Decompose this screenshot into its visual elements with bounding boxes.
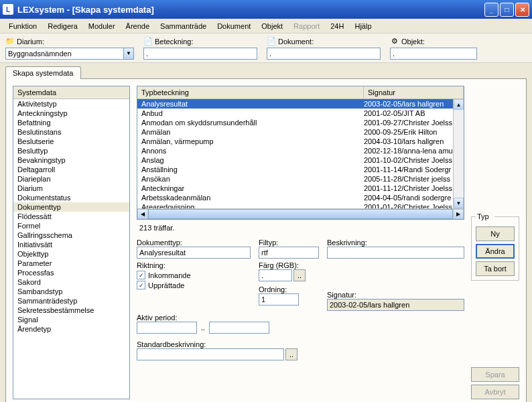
maximize-button[interactable]: □ bbox=[500, 3, 514, 17]
dokument-icon: 📄 bbox=[267, 37, 276, 46]
grid-header-sig[interactable]: Signatur bbox=[364, 86, 464, 98]
table-row[interactable]: Arearedovisning2001-01-26/Christer Joels… bbox=[137, 202, 464, 208]
signatur-label: Signatur: bbox=[327, 291, 464, 299]
cell-typ: Analysresultat bbox=[141, 100, 364, 108]
cell-typ: Anmälan bbox=[141, 128, 364, 136]
cell-sig: 2001-11-12/Christer Joelss bbox=[364, 184, 460, 192]
standardbeskrivning-browse-button[interactable]: .. bbox=[285, 348, 297, 360]
aktiv-to-input[interactable] bbox=[209, 322, 269, 334]
menu-arende[interactable]: Ärende bbox=[121, 21, 154, 31]
beskrivning-input[interactable] bbox=[327, 247, 464, 259]
list-item[interactable]: Formel bbox=[13, 221, 129, 230]
result-count: 213 träffar. bbox=[137, 222, 464, 233]
grid-vertical-scrollbar[interactable]: ▲ ▼ bbox=[453, 99, 464, 208]
menu-dokument[interactable]: Dokument bbox=[212, 21, 255, 31]
table-row[interactable]: Anteckningar2001-11-12/Christer Joelss bbox=[137, 184, 464, 193]
menu-moduler[interactable]: Moduler bbox=[84, 21, 120, 31]
list-item[interactable]: Processfas bbox=[13, 268, 129, 277]
cell-sig: 2000-09-25/Erik Hilton bbox=[364, 128, 460, 136]
beteckning-label: Beteckning: bbox=[155, 38, 193, 46]
dokumenttyp-input[interactable] bbox=[137, 247, 251, 259]
list-item[interactable]: Flödessätt bbox=[13, 212, 129, 221]
objekt-input[interactable] bbox=[390, 48, 477, 60]
list-item[interactable]: Besluttyp bbox=[13, 146, 129, 155]
cell-typ: Anbud bbox=[141, 109, 364, 117]
scroll-down-icon[interactable]: ▼ bbox=[454, 198, 464, 208]
ny-button[interactable]: Ny bbox=[476, 226, 515, 241]
list-item[interactable]: Beslutinstans bbox=[13, 127, 129, 137]
diarium-select[interactable] bbox=[5, 48, 123, 60]
farg-picker-button[interactable]: .. bbox=[293, 269, 306, 281]
scroll-left-icon[interactable]: ◀ bbox=[137, 209, 148, 219]
tabort-button[interactable]: Ta bort bbox=[476, 261, 515, 276]
standardbeskrivning-input[interactable] bbox=[137, 348, 284, 360]
menu-objekt[interactable]: Objekt bbox=[257, 21, 287, 31]
list-item[interactable]: Beslutserie bbox=[13, 137, 129, 146]
list-item[interactable]: Sambandstyp bbox=[13, 287, 129, 296]
dokumenttyp-label: Dokumenttyp: bbox=[137, 239, 251, 247]
list-item[interactable]: Dokumenttyp bbox=[13, 202, 129, 212]
list-item[interactable]: Diarium bbox=[13, 184, 129, 193]
menu-sammantrade[interactable]: Sammanträde bbox=[155, 21, 211, 31]
close-button[interactable]: ✕ bbox=[515, 3, 529, 17]
list-item[interactable]: Sekretessbestämmelse bbox=[13, 306, 129, 315]
tab-skapa-systemdata[interactable]: Skapa systemdata bbox=[5, 66, 81, 79]
table-row[interactable]: Arbetsskadeanmälan2004-04-05/randi soder… bbox=[137, 193, 464, 202]
table-row[interactable]: Anbud2001-02-05/JIT AB bbox=[137, 109, 464, 118]
list-item[interactable]: Sakord bbox=[13, 277, 129, 287]
table-row[interactable]: Analysresultat2003-02-05/lars hallgren bbox=[137, 99, 464, 109]
standardbeskrivning-label: Standardbeskrivning: bbox=[137, 340, 464, 348]
menu-funktion[interactable]: Funktion bbox=[4, 21, 42, 31]
list-item[interactable]: Dokumentstatus bbox=[13, 193, 129, 202]
objekt-label: Objekt: bbox=[401, 38, 425, 46]
upprattade-checkbox[interactable]: ✓ bbox=[137, 281, 145, 289]
list-item[interactable]: Ärendetyp bbox=[13, 324, 129, 334]
list-item[interactable]: Anteckningstyp bbox=[13, 109, 129, 118]
list-item[interactable]: Sammanträdestyp bbox=[13, 296, 129, 306]
list-item[interactable]: Parameter bbox=[13, 259, 129, 268]
minimize-button[interactable]: _ bbox=[484, 3, 498, 17]
table-row[interactable]: Anmälan, värmepump2004-03-10/lars hallgr… bbox=[137, 137, 464, 146]
systemdata-header: Systemdata bbox=[13, 86, 129, 99]
table-row[interactable]: Anslag2001-10-02/Christer Joelss bbox=[137, 155, 464, 165]
scroll-right-icon[interactable]: ▶ bbox=[453, 209, 464, 219]
menu-redigera[interactable]: Redigera bbox=[43, 21, 82, 31]
list-item[interactable]: Objekttyp bbox=[13, 249, 129, 259]
menu-24h[interactable]: 24H bbox=[326, 21, 348, 31]
filtyp-label: Filtyp: bbox=[259, 239, 319, 247]
dokument-input[interactable] bbox=[267, 48, 381, 60]
table-row[interactable]: Ansökan2005-11-28/Christer joelss bbox=[137, 174, 464, 184]
typ-legend: Typ bbox=[476, 212, 494, 220]
table-row[interactable]: Anställning2001-11-14/Randi Sodergr bbox=[137, 165, 464, 174]
aktiv-from-input[interactable] bbox=[137, 322, 197, 334]
table-row[interactable]: Anmälan2000-09-25/Erik Hilton bbox=[137, 127, 464, 137]
grid-header-typ[interactable]: Typbeteckning bbox=[137, 86, 364, 98]
list-item[interactable]: Signal bbox=[13, 315, 129, 324]
list-item[interactable]: Diarieplan bbox=[13, 174, 129, 184]
table-row[interactable]: Annons2002-12-18/anna-lena amu bbox=[137, 146, 464, 155]
list-item[interactable]: Aktivitetstyp bbox=[13, 99, 129, 109]
list-item[interactable]: Bevakningstyp bbox=[13, 155, 129, 165]
beteckning-input[interactable] bbox=[143, 48, 257, 60]
diarium-dropdown-button[interactable]: ▼ bbox=[123, 48, 134, 60]
tab-strip: Skapa systemdata bbox=[0, 63, 532, 78]
list-item[interactable]: Gallringsschema bbox=[13, 230, 129, 240]
list-item[interactable]: Initiativsätt bbox=[13, 240, 129, 249]
aktiv-period-label: Aktiv period: bbox=[137, 314, 464, 322]
scroll-up-icon[interactable]: ▲ bbox=[454, 99, 464, 110]
inkommande-checkbox[interactable]: ✓ bbox=[137, 271, 145, 279]
filtyp-input[interactable] bbox=[259, 247, 319, 259]
andra-button[interactable]: Ändra bbox=[476, 244, 515, 259]
table-row[interactable]: Anmodan om skyddsrumsunderhåll2001-09-27… bbox=[137, 118, 464, 127]
ordning-input[interactable] bbox=[259, 293, 299, 306]
dokument-label: Dokument: bbox=[278, 38, 314, 46]
farg-input[interactable] bbox=[259, 269, 292, 281]
cell-sig: 2004-03-10/lars hallgren bbox=[364, 137, 460, 145]
cell-typ: Annons bbox=[141, 147, 364, 155]
menu-hjalp[interactable]: Hjälp bbox=[350, 21, 376, 31]
list-item[interactable]: Befattning bbox=[13, 118, 129, 127]
grid-horizontal-scrollbar[interactable]: ◀ ▶ bbox=[137, 208, 464, 219]
cell-sig: 2003-02-05/lars hallgren bbox=[364, 100, 460, 108]
cell-typ: Anteckningar bbox=[141, 184, 364, 192]
list-item[interactable]: Deltagarroll bbox=[13, 165, 129, 174]
